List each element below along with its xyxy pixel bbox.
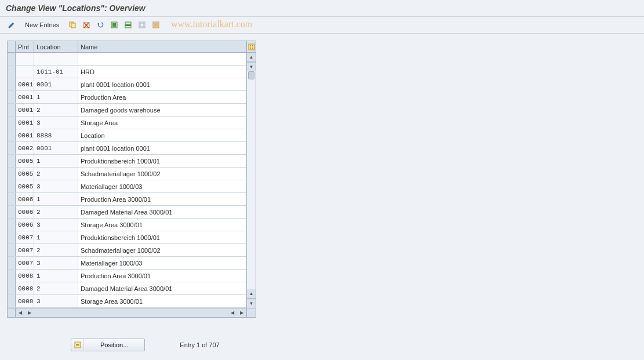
hscroll-right2-icon[interactable]: ▶	[237, 308, 246, 317]
row-selector[interactable]	[8, 142, 16, 154]
scroll-up-page-icon[interactable]: ▲	[247, 289, 256, 299]
cell-location[interactable]: 1	[34, 193, 78, 205]
scrollbar-thumb[interactable]	[248, 71, 254, 79]
row-selector[interactable]	[8, 117, 16, 129]
cell-location[interactable]: 2	[34, 168, 78, 180]
table-row[interactable]: 00062Damaged Material Area 3000/01	[8, 206, 246, 219]
cell-location[interactable]: 2	[34, 206, 78, 218]
cell-name[interactable]: HRD	[78, 66, 246, 78]
row-selector[interactable]	[8, 155, 16, 167]
cell-name[interactable]: Production Area 3000/01	[78, 270, 246, 282]
row-selector[interactable]	[8, 168, 16, 180]
table-config-icon[interactable]	[246, 41, 256, 52]
table-row[interactable]: 00083Storage Area 3000/01	[8, 295, 246, 308]
copy-as-icon[interactable]	[67, 19, 78, 31]
undo-change-icon[interactable]	[94, 19, 106, 31]
hscroll-left2-icon[interactable]: ◀	[228, 308, 237, 317]
cell-location[interactable]: 1611-01	[34, 66, 78, 78]
table-row[interactable]: 00020001plant 0001 location 0001	[8, 142, 246, 155]
toggle-change-icon[interactable]	[6, 19, 17, 31]
table-row[interactable]: 00018888Location	[8, 129, 246, 142]
cell-name[interactable]	[78, 53, 246, 65]
cell-location[interactable]: 3	[34, 219, 78, 231]
table-row[interactable]: 00061Production Area 3000/01	[8, 193, 246, 206]
table-header-location[interactable]: Location	[34, 41, 78, 52]
cell-plnt[interactable]: 0006	[16, 206, 34, 218]
row-selector[interactable]	[8, 257, 16, 269]
table-row[interactable]: 00051Produktionsbereich 1000/01	[8, 155, 246, 168]
cell-plnt[interactable]: 0008	[16, 282, 34, 294]
table-row[interactable]: 00013Storage Area	[8, 117, 246, 129]
row-selector[interactable]	[8, 78, 16, 90]
table-row[interactable]	[8, 53, 246, 66]
cell-location[interactable]: 0001	[34, 78, 78, 90]
row-selector[interactable]	[8, 104, 16, 116]
table-row[interactable]: 00081Production Area 3000/01	[8, 270, 246, 282]
cell-plnt[interactable]: 0001	[16, 104, 34, 116]
cell-plnt[interactable]: 0005	[16, 180, 34, 192]
scroll-down-page-icon[interactable]: ▼	[247, 299, 256, 308]
row-selector[interactable]	[8, 295, 16, 307]
cell-name[interactable]: plant 0001 location 0001	[78, 78, 246, 90]
cell-plnt[interactable]: 0008	[16, 270, 34, 282]
scrollbar-track[interactable]	[247, 71, 256, 289]
cell-plnt[interactable]: 0005	[16, 155, 34, 167]
table-row[interactable]: 00053Materiallager 1000/03	[8, 180, 246, 193]
cell-plnt[interactable]: 0002	[16, 142, 34, 154]
row-selector[interactable]	[8, 270, 16, 282]
cell-name[interactable]: Storage Area	[78, 117, 246, 129]
table-row[interactable]: 1611-01HRD	[8, 66, 246, 78]
cell-name[interactable]: Production Area	[78, 91, 246, 103]
cell-plnt[interactable]: 0007	[16, 231, 34, 243]
table-row[interactable]: 00071Produktionsbereich 1000/01	[8, 231, 246, 244]
cell-plnt[interactable]: 0008	[16, 295, 34, 307]
scroll-down-icon[interactable]: ▼	[247, 62, 256, 71]
configuration-icon[interactable]	[150, 19, 162, 31]
cell-name[interactable]: Materiallager 1000/03	[78, 257, 246, 269]
cell-name[interactable]: Production Area 3000/01	[78, 193, 246, 205]
cell-location[interactable]: 1	[34, 91, 78, 103]
cell-location[interactable]: 0001	[34, 142, 78, 154]
row-selector[interactable]	[8, 91, 16, 103]
cell-location[interactable]: 1	[34, 155, 78, 167]
cell-location[interactable]: 2	[34, 104, 78, 116]
cell-name[interactable]: Storage Area 3000/01	[78, 295, 246, 307]
cell-name[interactable]: Damaged goods warehouse	[78, 104, 246, 116]
select-all-icon[interactable]	[108, 19, 120, 31]
table-row[interactable]: 00010001plant 0001 location 0001	[8, 78, 246, 91]
cell-plnt[interactable]: 0006	[16, 193, 34, 205]
row-selector[interactable]	[8, 53, 16, 65]
table-header-plnt[interactable]: Plnt	[16, 41, 34, 52]
cell-name[interactable]: Materiallager 1000/03	[78, 180, 246, 192]
cell-name[interactable]: Location	[78, 129, 246, 141]
cell-plnt[interactable]	[16, 66, 34, 78]
table-row[interactable]: 00052Schadmateriallager 1000/02	[8, 168, 246, 180]
row-selector[interactable]	[8, 129, 16, 141]
row-selector[interactable]	[8, 206, 16, 218]
scroll-up-icon[interactable]: ▲	[247, 53, 256, 62]
hscroll-left-icon[interactable]: ◀	[16, 308, 25, 317]
cell-name[interactable]: Storage Area 3000/01	[78, 219, 246, 231]
cell-location[interactable]: 3	[34, 257, 78, 269]
select-block-icon[interactable]	[122, 19, 134, 31]
row-selector[interactable]	[8, 180, 16, 192]
cell-name[interactable]: Schadmateriallager 1000/02	[78, 244, 246, 256]
table-header-selector[interactable]	[8, 41, 16, 52]
table-header-name[interactable]: Name	[78, 41, 246, 52]
vertical-scrollbar[interactable]: ▲ ▼ ▲ ▼	[246, 53, 256, 308]
table-row[interactable]: 00072Schadmateriallager 1000/02	[8, 244, 246, 257]
cell-plnt[interactable]: 0001	[16, 117, 34, 129]
cell-location[interactable]: 3	[34, 295, 78, 307]
delete-icon[interactable]	[81, 19, 92, 31]
cell-location[interactable]: 2	[34, 282, 78, 294]
cell-name[interactable]: plant 0001 location 0001	[78, 142, 246, 154]
row-selector[interactable]	[8, 66, 16, 78]
cell-location[interactable]: 8888	[34, 129, 78, 141]
row-selector[interactable]	[8, 193, 16, 205]
row-selector[interactable]	[8, 244, 16, 256]
cell-plnt[interactable]: 0006	[16, 219, 34, 231]
row-selector[interactable]	[8, 282, 16, 294]
position-button[interactable]: Position...	[71, 339, 145, 351]
table-row[interactable]: 00073Materiallager 1000/03	[8, 257, 246, 270]
hscroll-right-icon[interactable]: ▶	[25, 308, 34, 317]
